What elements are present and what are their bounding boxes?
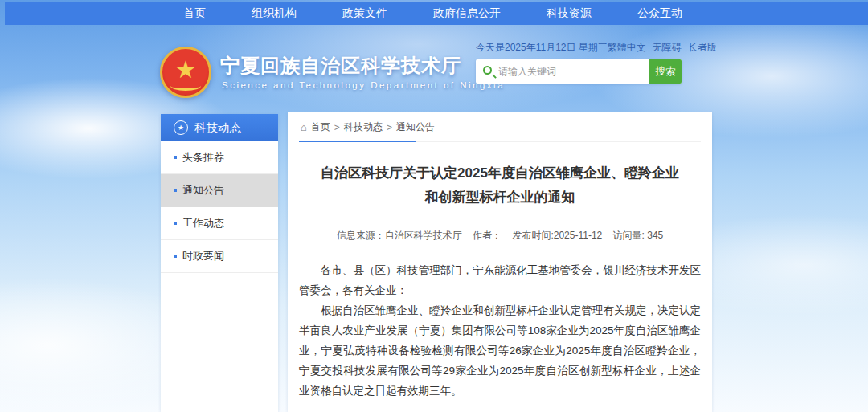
nav-item-tech-resources[interactable]: 科技资源 — [547, 6, 592, 21]
link-elder-version[interactable]: 长者版 — [688, 41, 717, 55]
nav-item-policy[interactable]: 政策文件 — [342, 6, 387, 21]
header-utility-row: 今天是2025年11月12日 星期三 繁體中文 无障碍 长者版 — [476, 41, 682, 55]
search-bar: 搜索 — [476, 59, 682, 84]
main-content-panel: ⌂ 首页 > 科技动态 > 通知公告 自治区科技厅关于认定2025年度自治区雏鹰… — [288, 112, 712, 412]
sidebar-item-headline-recommend[interactable]: 头条推荐 — [161, 141, 278, 174]
article-paragraph: 各市、县（区）科技管理部门，宁东能源化工基地管委会，银川经济技术开发区管委会，各… — [299, 260, 701, 300]
search-icon — [483, 66, 492, 75]
meta-visit-count: 访问量: 345 — [613, 230, 664, 241]
breadcrumb-separator: > — [334, 122, 340, 133]
search-input[interactable] — [498, 59, 648, 84]
nav-item-home[interactable]: 首页 — [183, 6, 206, 21]
emblem-wreath-arc — [170, 81, 201, 91]
nav-item-gov-info[interactable]: 政府信息公开 — [433, 6, 501, 21]
search-button[interactable]: 搜索 — [649, 59, 682, 84]
article-body: 各市、县（区）科技管理部门，宁东能源化工基地管委会，银川经济技术开发区管委会，各… — [299, 260, 701, 401]
sidebar-item-notice-announcement[interactable]: 通知公告 — [161, 174, 278, 207]
bullet-icon — [174, 189, 177, 192]
breadcrumb-tech-dynamics[interactable]: 科技动态 — [344, 120, 383, 134]
breadcrumb-home[interactable]: 首页 — [311, 120, 330, 134]
sidebar-item-work-dynamics[interactable]: 工作动态 — [161, 207, 278, 240]
bullet-icon — [174, 255, 177, 258]
sidebar-item-current-politics[interactable]: 时政要闻 — [161, 240, 278, 273]
bullet-icon — [174, 222, 177, 225]
home-icon: ⌂ — [301, 121, 307, 133]
link-accessibility[interactable]: 无障碍 — [653, 41, 682, 55]
meta-source: 信息来源：自治区科学技术厅 — [337, 230, 462, 241]
nav-item-public-interaction[interactable]: 公众互动 — [637, 6, 682, 21]
national-emblem-logo: ★ — [160, 47, 211, 98]
site-title: 宁夏回族自治区科学技术厅 — [220, 53, 461, 79]
meta-author: 作者： — [473, 230, 502, 241]
article-paragraph: 根据自治区雏鹰企业、瞪羚企业和创新型标杆企业认定管理有关规定，决定认定半亩良人农… — [299, 300, 701, 401]
article-meta: 信息来源：自治区科学技术厅 作者： 发布时间:2025-11-12 访问量: 3… — [299, 229, 701, 243]
sidebar-title: 科技动态 — [194, 120, 241, 136]
breadcrumb-notice[interactable]: 通知公告 — [396, 120, 435, 134]
current-date-text: 今天是2025年11月12日 星期三 — [476, 41, 608, 55]
link-traditional-chinese[interactable]: 繁體中文 — [608, 41, 646, 55]
breadcrumb-separator: > — [387, 122, 392, 133]
sidebar-header: ★ 科技动态 — [161, 114, 278, 141]
sidebar: ★ 科技动态 头条推荐 通知公告 工作动态 时政要闻 — [161, 114, 278, 412]
article-title: 自治区科技厅关于认定2025年度自治区雏鹰企业、瞪羚企业 和创新型标杆企业的通知 — [299, 161, 701, 210]
breadcrumb: ⌂ 首页 > 科技动态 > 通知公告 — [299, 112, 701, 142]
emblem-star-icon: ★ — [175, 58, 197, 82]
site-title-english: Science and Technology Department of Nin… — [222, 80, 505, 90]
bullet-icon — [174, 156, 177, 159]
nav-item-organization[interactable]: 组织机构 — [252, 6, 297, 21]
meta-publish-time: 发布时间:2025-11-12 — [512, 230, 602, 241]
top-navigation: 首页 组织机构 政策文件 政府信息公开 科技资源 公众互动 — [5, 2, 868, 25]
circled-star-icon: ★ — [174, 120, 188, 135]
